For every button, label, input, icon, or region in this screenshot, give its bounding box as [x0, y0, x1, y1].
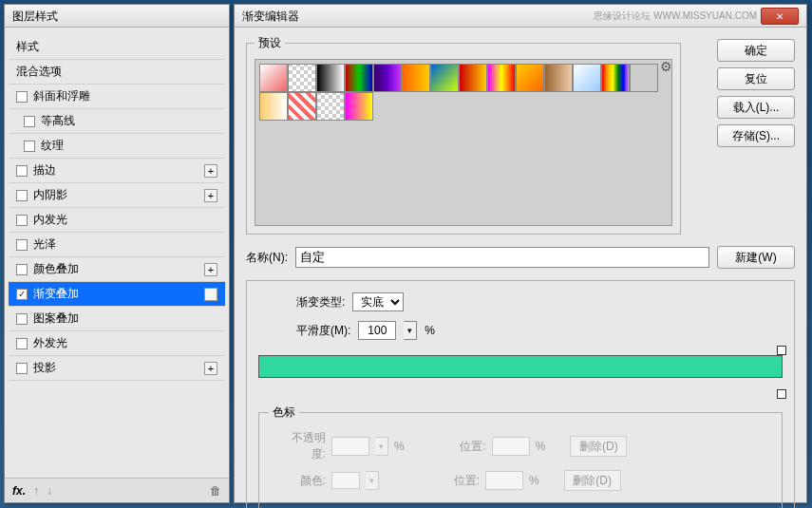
preset-swatch[interactable]	[259, 92, 288, 121]
checkbox[interactable]	[16, 165, 28, 177]
style-item-label: 图案叠加	[33, 310, 79, 327]
smooth-row: 平滑度(M): ▾ %	[258, 321, 783, 340]
preset-swatch[interactable]	[316, 64, 345, 92]
checkbox[interactable]	[16, 338, 28, 349]
name-input[interactable]	[295, 247, 709, 268]
preset-swatch[interactable]	[373, 64, 402, 92]
preset-swatch[interactable]	[316, 92, 345, 121]
style-item[interactable]: 斜面和浮雕	[9, 85, 225, 109]
load-button[interactable]: 载入(L)...	[717, 96, 795, 119]
stops-fieldset: 色标 不透明度: ▾ % 位置: % 删除(D) 颜色: ▾ 位置: % 删除(…	[258, 405, 783, 508]
preset-swatch[interactable]	[345, 92, 373, 121]
smooth-input[interactable]	[358, 321, 396, 340]
plus-icon[interactable]: +	[204, 362, 217, 375]
checkbox[interactable]	[16, 264, 28, 275]
style-item[interactable]: 纹理	[9, 134, 225, 159]
color-stop-row: 颜色: ▾ 位置: % 删除(D)	[269, 470, 772, 491]
checkbox[interactable]	[16, 239, 28, 251]
delete-opacity-button: 删除(D)	[570, 436, 627, 457]
checkbox[interactable]	[16, 363, 28, 374]
checkbox[interactable]	[24, 116, 35, 127]
position-label: 位置:	[439, 439, 486, 455]
style-item[interactable]: 光泽	[9, 233, 225, 257]
style-item-label: 光泽	[33, 236, 56, 253]
down-arrow-icon[interactable]: ↓	[47, 484, 52, 498]
style-item-label: 投影	[33, 360, 56, 376]
presets-legend: 预设	[255, 35, 285, 51]
preset-swatch[interactable]	[487, 64, 516, 92]
style-item[interactable]: 等高线	[9, 109, 225, 134]
position-label: 位置:	[432, 473, 480, 489]
style-item-label: 等高线	[41, 113, 75, 129]
type-row: 渐变类型: 实底	[258, 292, 783, 311]
styles-header-row[interactable]: 样式	[9, 35, 225, 60]
reset-button[interactable]: 复位	[717, 67, 795, 90]
checkbox[interactable]	[24, 141, 35, 152]
style-item[interactable]: 内发光	[9, 208, 225, 233]
color-box	[331, 472, 360, 489]
new-button[interactable]: 新建(W)	[717, 246, 795, 269]
plus-icon[interactable]: +	[204, 164, 217, 178]
preset-swatch[interactable]	[288, 64, 316, 92]
style-item[interactable]: 外发光	[9, 331, 225, 356]
checkbox[interactable]	[16, 91, 28, 103]
percent-label: %	[536, 440, 546, 453]
plus-icon[interactable]: +	[204, 263, 217, 276]
style-item-label: 渐变叠加	[33, 286, 79, 302]
opacity-label: 不透明度:	[278, 430, 326, 462]
preset-swatch[interactable]	[430, 64, 459, 92]
type-label: 渐变类型:	[296, 294, 345, 310]
preset-swatch[interactable]	[288, 92, 316, 121]
style-item[interactable]: 投影+	[9, 356, 225, 381]
preset-swatch[interactable]	[630, 64, 658, 92]
smooth-label: 平滑度(M):	[296, 323, 350, 339]
style-item[interactable]: 颜色叠加+	[9, 257, 225, 282]
preset-swatch[interactable]	[345, 64, 373, 92]
preset-swatch[interactable]	[601, 64, 630, 92]
color-stop[interactable]	[777, 389, 786, 399]
blend-options-row[interactable]: 混合选项	[9, 60, 225, 85]
left-titlebar[interactable]: 图层样式	[5, 5, 229, 28]
position-input	[492, 437, 530, 456]
style-item[interactable]: 描边+	[9, 159, 225, 183]
right-buttons: 确定 复位 载入(L)... 存储(S)...	[717, 39, 795, 147]
save-button[interactable]: 存储(S)...	[717, 124, 795, 147]
chevron-down-icon: ▾	[375, 437, 388, 456]
checkbox[interactable]: ✓	[16, 289, 28, 300]
opacity-stop[interactable]	[777, 346, 786, 355]
right-titlebar[interactable]: 渐变编辑器 思缘设计论坛 WWW.MISSYUAN.COM ✕	[235, 5, 806, 28]
percent-label: %	[394, 440, 405, 453]
fx-label[interactable]: fx.	[12, 484, 26, 498]
preset-swatch[interactable]	[573, 64, 601, 92]
checkbox[interactable]	[16, 215, 28, 226]
style-item[interactable]: 图案叠加	[9, 307, 225, 331]
trash-icon[interactable]: 🗑	[210, 484, 221, 498]
chevron-down-icon[interactable]: ▾	[404, 321, 417, 340]
gradient-bar-wrap	[258, 355, 783, 389]
plus-icon[interactable]: +	[204, 288, 217, 301]
ok-button[interactable]: 确定	[717, 39, 795, 62]
up-arrow-icon[interactable]: ↑	[33, 484, 39, 498]
preset-swatch[interactable]	[459, 64, 487, 92]
style-item[interactable]: 内阴影+	[9, 183, 225, 208]
delete-color-button: 删除(D)	[564, 470, 621, 491]
plus-icon[interactable]: +	[204, 189, 217, 202]
close-button[interactable]: ✕	[761, 8, 799, 25]
checkbox[interactable]	[16, 190, 28, 201]
gear-icon[interactable]: ⚙	[660, 59, 672, 74]
gradient-bar[interactable]	[258, 355, 783, 378]
presets-swatches	[255, 59, 672, 226]
preset-swatch[interactable]	[259, 64, 288, 92]
preset-swatch[interactable]	[402, 64, 430, 92]
preset-swatch[interactable]	[544, 64, 573, 92]
right-body: 确定 复位 载入(L)... 存储(S)... 预设 ⚙	[235, 28, 806, 508]
chevron-down-icon: ▾	[366, 471, 379, 490]
checkbox[interactable]	[16, 313, 28, 325]
style-item-label: 纹理	[41, 138, 64, 154]
left-title: 图层样式	[12, 5, 58, 28]
preset-swatch[interactable]	[516, 64, 544, 92]
style-item[interactable]: ✓渐变叠加+	[9, 282, 225, 307]
opacity-input	[331, 437, 369, 456]
style-item-label: 内发光	[33, 212, 67, 228]
type-select[interactable]: 实底	[352, 292, 404, 311]
